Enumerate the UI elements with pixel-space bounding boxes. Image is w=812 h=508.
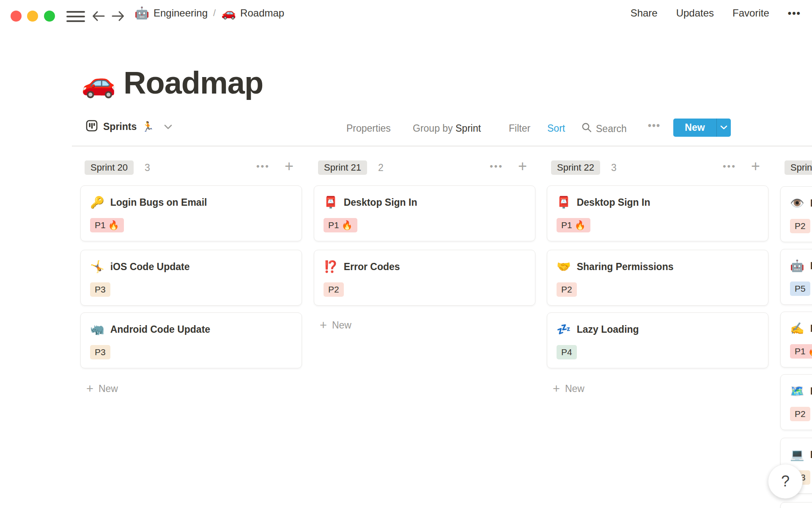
new-button-chevron-icon[interactable] bbox=[717, 125, 731, 130]
card-title: M bbox=[810, 198, 812, 209]
card-title: Android Code Update bbox=[110, 324, 210, 335]
filter-button[interactable]: Filter bbox=[509, 123, 530, 134]
more-options-icon[interactable]: ••• bbox=[788, 7, 801, 19]
key-emoji-icon: 🔑 bbox=[90, 197, 104, 208]
breadcrumb-page[interactable]: Roadmap bbox=[240, 7, 284, 19]
rhino-emoji-icon: 🦏 bbox=[90, 324, 104, 335]
column-more-icon[interactable]: ••• bbox=[723, 161, 736, 172]
card-ios-code-update[interactable]: 🤸iOS Code Update P3 bbox=[80, 250, 302, 306]
group-by-button[interactable]: Group by Sprint bbox=[413, 123, 481, 134]
close-window-button[interactable] bbox=[11, 11, 22, 22]
card-title: iOS Code Update bbox=[110, 261, 190, 273]
help-button[interactable]: ? bbox=[768, 464, 803, 499]
card-title: R bbox=[810, 386, 812, 397]
view-switcher-sprints[interactable]: Sprints 🏃 bbox=[85, 119, 172, 134]
postbox-emoji-icon: 📮 bbox=[324, 197, 338, 208]
card-lazy-loading[interactable]: 💤Lazy Loading P4 bbox=[547, 312, 768, 368]
card-title: Lazy Loading bbox=[577, 324, 639, 335]
plus-icon: + bbox=[553, 383, 560, 395]
new-button[interactable]: New bbox=[673, 119, 731, 137]
card-android-code-update[interactable]: 🦏Android Code Update P3 bbox=[80, 312, 302, 368]
card-sharing-permissions[interactable]: 🤝Sharing Permissions P2 bbox=[547, 250, 768, 306]
priority-tag: P2 bbox=[557, 282, 577, 297]
card-clipped-3[interactable]: ✍️R P1 🔥 bbox=[780, 312, 812, 367]
column-group-pill[interactable]: Sprint 22 bbox=[551, 160, 600, 175]
search-button[interactable]: Search bbox=[581, 122, 627, 135]
column-more-icon[interactable]: ••• bbox=[256, 161, 270, 172]
card-desktop-sign-in[interactable]: 📮Desktop Sign In P1 🔥 bbox=[314, 185, 535, 241]
board-column-sprint-22: Sprint 22 3 ••• + 📮Desktop Sign In P1 🔥 … bbox=[547, 159, 768, 176]
search-icon bbox=[581, 122, 592, 135]
zoom-window-button[interactable] bbox=[44, 11, 55, 22]
board-view-icon bbox=[85, 119, 98, 134]
priority-tag: P5 bbox=[790, 282, 810, 296]
cartwheel-emoji-icon: 🤸 bbox=[90, 261, 104, 273]
card-clipped-2[interactable]: 🤖I P5 bbox=[780, 249, 812, 305]
zzz-emoji-icon: 💤 bbox=[557, 324, 571, 335]
group-by-label: Group by bbox=[413, 123, 453, 134]
column-header: Sprint 20 3 ••• + bbox=[80, 159, 302, 176]
priority-tag: P3 bbox=[90, 282, 110, 297]
column-group-pill[interactable]: Sprint 23 bbox=[785, 160, 812, 175]
sidebar-toggle-icon[interactable] bbox=[66, 11, 85, 22]
writing-hand-emoji-icon: ✍️ bbox=[790, 323, 804, 334]
updates-button[interactable]: Updates bbox=[676, 7, 714, 19]
card-title: R bbox=[810, 323, 812, 334]
card-clipped-1[interactable]: 👁️M P2 bbox=[780, 186, 812, 242]
properties-button[interactable]: Properties bbox=[346, 123, 391, 134]
plus-icon: + bbox=[320, 319, 327, 331]
column-group-pill[interactable]: Sprint 20 bbox=[85, 160, 134, 175]
add-card-button[interactable]: + New bbox=[320, 319, 351, 331]
card-title: D bbox=[810, 449, 812, 461]
card-title: Error Codes bbox=[344, 261, 400, 273]
priority-tag: P1 🔥 bbox=[324, 218, 357, 232]
window-titlebar: 🤖 Engineering / 🚗 Roadmap Share Updates … bbox=[0, 0, 812, 26]
column-group-pill[interactable]: Sprint 21 bbox=[318, 160, 367, 175]
new-button-label[interactable]: New bbox=[673, 122, 716, 133]
postbox-emoji-icon: 📮 bbox=[557, 197, 571, 208]
help-question-icon: ? bbox=[781, 472, 790, 490]
priority-tag: P4 bbox=[557, 345, 577, 359]
card-desktop-sign-in[interactable]: 📮Desktop Sign In P1 🔥 bbox=[547, 185, 768, 241]
card-login-bugs-on-email[interactable]: 🔑Login Bugs on Email P1 🔥 bbox=[80, 185, 302, 241]
priority-tag: P1 🔥 bbox=[790, 344, 812, 359]
runner-emoji-icon: 🏃 bbox=[142, 121, 154, 133]
share-button[interactable]: Share bbox=[631, 7, 658, 19]
topbar-actions: Share Updates Favorite ••• bbox=[631, 0, 801, 26]
card-title: Desktop Sign In bbox=[577, 197, 650, 208]
breadcrumb-workspace[interactable]: Engineering bbox=[154, 7, 208, 19]
card-title: I bbox=[810, 260, 812, 272]
column-add-icon[interactable]: + bbox=[751, 157, 760, 175]
group-by-value: Sprint bbox=[455, 123, 481, 134]
priority-tag: P3 bbox=[90, 345, 110, 359]
view-more-options-icon[interactable]: ••• bbox=[648, 120, 661, 132]
nav-forward-icon[interactable] bbox=[111, 10, 125, 22]
page-title: Roadmap bbox=[123, 64, 263, 103]
column-add-icon[interactable]: + bbox=[518, 157, 527, 175]
favorite-button[interactable]: Favorite bbox=[732, 7, 769, 19]
board-column-sprint-23: Sprint 23 👁️M P2 🤖I P5 ✍️R P1 🔥 🗺️R P2 💻… bbox=[780, 159, 812, 176]
card-clipped-4[interactable]: 🗺️R P2 bbox=[780, 374, 812, 430]
notion-window: 🤖 Engineering / 🚗 Roadmap Share Updates … bbox=[0, 0, 812, 508]
sort-button[interactable]: Sort bbox=[547, 123, 565, 134]
card-clipped-6[interactable] bbox=[780, 502, 812, 508]
card-title: Sharing Permissions bbox=[577, 261, 674, 273]
nav-back-icon[interactable] bbox=[91, 10, 106, 22]
card-title: Desktop Sign In bbox=[344, 197, 417, 208]
priority-tag: P2 bbox=[790, 219, 810, 233]
handshake-emoji-icon: 🤝 bbox=[557, 261, 571, 273]
add-card-button[interactable]: + New bbox=[553, 383, 584, 395]
board-column-sprint-20: Sprint 20 3 ••• + 🔑Login Bugs on Email P… bbox=[80, 159, 302, 176]
column-more-icon[interactable]: ••• bbox=[490, 161, 503, 172]
add-card-button[interactable]: + New bbox=[86, 383, 118, 395]
laptop-emoji-icon: 💻 bbox=[790, 449, 804, 461]
column-card-count: 3 bbox=[145, 162, 150, 174]
card-error-codes[interactable]: ⁉️Error Codes P2 bbox=[314, 250, 535, 306]
eye-emoji-icon: 👁️ bbox=[790, 198, 804, 209]
plus-icon: + bbox=[86, 383, 93, 395]
toolbar-divider bbox=[72, 146, 812, 146]
page-emoji-icon: 🚗 bbox=[221, 7, 236, 19]
world-map-emoji-icon: 🗺️ bbox=[790, 386, 804, 397]
minimize-window-button[interactable] bbox=[27, 11, 38, 22]
column-add-icon[interactable]: + bbox=[285, 157, 294, 175]
